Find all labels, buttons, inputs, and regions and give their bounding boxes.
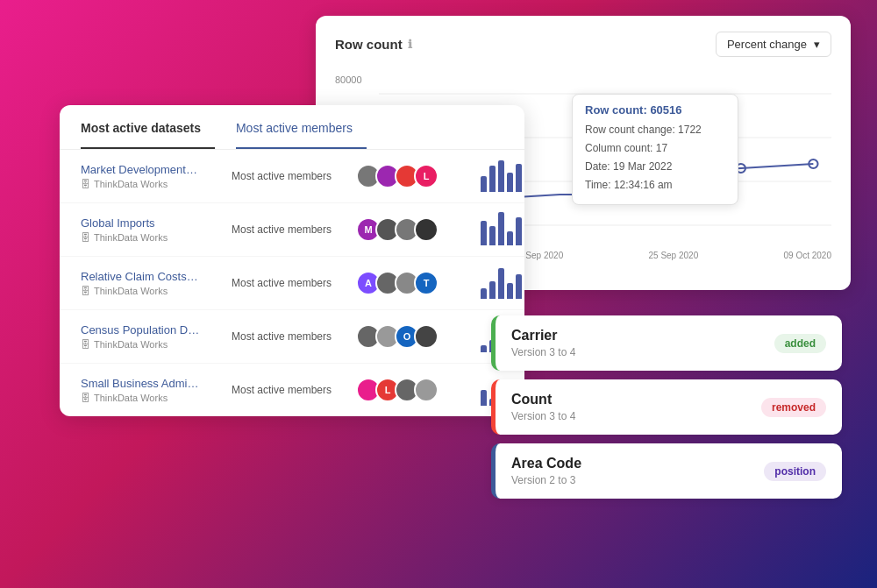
bar	[498, 212, 504, 245]
bar	[489, 226, 496, 245]
bar	[481, 345, 487, 352]
change-name-areacode: Area Code	[511, 456, 581, 471]
bar	[489, 166, 496, 192]
change-version-count: Version 3 to 4	[511, 410, 575, 422]
y-axis-label: 80000	[335, 74, 362, 85]
dataset-source-3: 🗄 ThinkData Works	[81, 286, 221, 296]
change-name-count: Count	[511, 392, 575, 407]
dropdown-label: Percent change	[727, 38, 807, 51]
change-info-carrier: Carrier Version 3 to 4	[511, 328, 575, 358]
dataset-name-3[interactable]: Relative Claim Costs…	[81, 270, 221, 283]
bar-chart-mini-1	[481, 160, 524, 192]
bar-chart-mini-3	[481, 267, 524, 299]
bar	[481, 176, 487, 192]
bar	[516, 274, 522, 299]
info-icon[interactable]: ℹ	[408, 38, 412, 51]
dataset-name-2[interactable]: Global Imports	[81, 216, 221, 230]
col-label-2: Most active members	[232, 223, 346, 236]
dataset-info-3: Relative Claim Costs… 🗄 ThinkData Works	[81, 270, 221, 296]
database-icon: 🗄	[81, 179, 90, 189]
percent-change-dropdown[interactable]: Percent change ▾	[716, 32, 831, 57]
dataset-name-5[interactable]: Small Business Admi…	[81, 377, 221, 390]
bar	[489, 281, 496, 299]
bar	[507, 173, 513, 192]
dataset-name-4[interactable]: Census Population D…	[81, 323, 221, 337]
database-icon: 🗄	[81, 339, 90, 350]
bar	[481, 390, 487, 406]
table-tabs: Most active datasets Most active members	[60, 105, 524, 150]
table-row: Relative Claim Costs… 🗄 ThinkData Works …	[60, 257, 524, 310]
change-badge-position: position	[764, 462, 826, 481]
change-badge-removed: removed	[761, 398, 826, 417]
avatar	[414, 217, 438, 242]
tab-most-active-datasets[interactable]: Most active datasets	[81, 105, 215, 149]
x-label-3: 25 Sep 2020	[648, 251, 698, 260]
avatars-5: L	[356, 378, 470, 402]
changes-card: Carrier Version 3 to 4 added Count Versi…	[491, 315, 842, 507]
avatars-2: M	[356, 217, 470, 242]
change-info-count: Count Version 3 to 4	[511, 392, 575, 422]
dataset-info-2: Global Imports 🗄 ThinkData Works	[81, 216, 221, 243]
chevron-down-icon: ▾	[814, 38, 820, 51]
dataset-source-4: 🗄 ThinkData Works	[81, 339, 221, 350]
avatars-4: O	[356, 324, 470, 349]
bar	[481, 288, 487, 299]
col-label-3: Most active members	[232, 277, 346, 289]
change-version-areacode: Version 2 to 3	[511, 474, 581, 486]
avatars-3: A T	[356, 271, 470, 295]
col-label-5: Most active members	[232, 384, 346, 396]
database-icon: 🗄	[81, 393, 90, 403]
avatar: L	[414, 164, 438, 188]
table-row: Small Business Admi… 🗄 ThinkData Works M…	[60, 364, 524, 416]
tab-most-active-members[interactable]: Most active members	[236, 105, 367, 149]
tooltip-row-1: Row count change: 1722	[585, 122, 725, 138]
x-label-4: 09 Oct 2020	[784, 251, 831, 260]
tooltip-row-4: Time: 12:34:16 am	[585, 177, 725, 193]
dataset-info-4: Census Population D… 🗄 ThinkData Works	[81, 323, 221, 350]
chart-title: Row count ℹ	[335, 37, 412, 52]
table-row: Census Population D… 🗄 ThinkData Works M…	[60, 310, 524, 364]
change-item-count: Count Version 3 to 4 removed	[491, 379, 842, 435]
chart-header: Row count ℹ Percent change ▾	[335, 32, 831, 57]
bar	[507, 231, 513, 245]
chart-title-text: Row count	[335, 37, 403, 52]
bar	[516, 164, 522, 192]
table-card: Most active datasets Most active members…	[60, 105, 524, 416]
dataset-source-1: 🗄 ThinkData Works	[81, 179, 221, 189]
bar	[498, 160, 504, 192]
dataset-info-5: Small Business Admi… 🗄 ThinkData Works	[81, 377, 221, 403]
change-version-carrier: Version 3 to 4	[511, 346, 575, 358]
bar	[498, 268, 504, 299]
change-item-areacode: Area Code Version 2 to 3 position	[491, 443, 842, 499]
avatar: T	[414, 271, 438, 295]
dataset-info-1: Market Development… 🗄 ThinkData Works	[81, 163, 221, 189]
avatar	[414, 324, 438, 349]
database-icon: 🗄	[81, 232, 90, 243]
bar	[481, 221, 487, 245]
col-label-1: Most active members	[232, 170, 346, 182]
chart-tooltip: Row count: 60516 Row count change: 1722 …	[572, 94, 738, 205]
tooltip-row-3: Date: 19 Mar 2022	[585, 159, 725, 174]
bar-chart-mini-2	[481, 214, 524, 245]
table-row: Global Imports 🗄 ThinkData Works Most ac…	[60, 203, 524, 257]
col-label-4: Most active members	[232, 330, 346, 343]
dataset-source-5: 🗄 ThinkData Works	[81, 393, 221, 403]
tooltip-row-2: Column count: 17	[585, 140, 725, 156]
avatars-1: L	[356, 164, 470, 188]
avatar	[414, 378, 438, 402]
change-name-carrier: Carrier	[511, 328, 575, 344]
database-icon: 🗄	[81, 286, 90, 296]
change-badge-added: added	[774, 334, 826, 353]
change-item-carrier: Carrier Version 3 to 4 added	[491, 315, 842, 371]
bar	[516, 217, 522, 245]
dataset-name-1[interactable]: Market Development…	[81, 163, 221, 176]
bar	[507, 283, 513, 299]
change-info-areacode: Area Code Version 2 to 3	[511, 456, 581, 486]
table-row: Market Development… 🗄 ThinkData Works Mo…	[60, 150, 524, 203]
tooltip-title: Row count: 60516	[585, 103, 725, 117]
dataset-source-2: 🗄 ThinkData Works	[81, 232, 221, 243]
table-body: Market Development… 🗄 ThinkData Works Mo…	[60, 150, 524, 416]
